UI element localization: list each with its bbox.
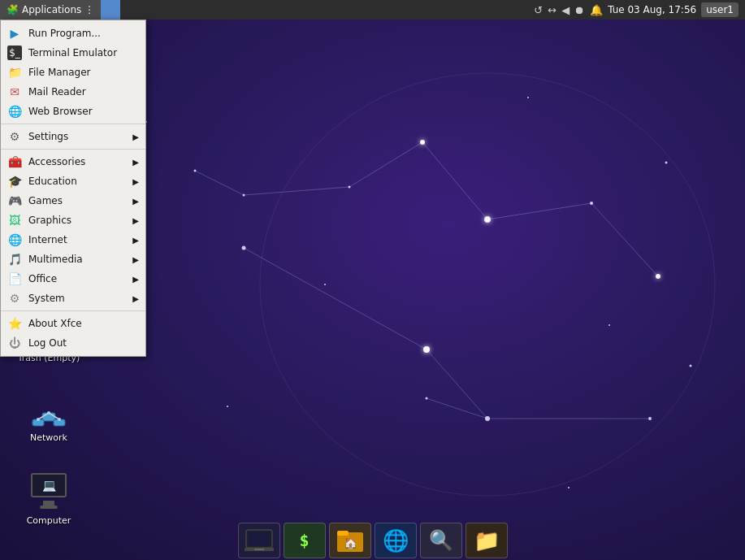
panel-left: 🧩 Applications ⋮: [0, 0, 120, 20]
system-icon: ⚙: [7, 291, 22, 306]
menu-item-office[interactable]: 📄 Office ▶: [1, 269, 145, 289]
applications-icon: 🧩: [6, 4, 19, 15]
mail-reader-icon: ✉: [7, 85, 22, 99]
separator-2: [1, 149, 145, 150]
menu-item-about-xfce[interactable]: ⭐ About Xfce: [1, 314, 145, 333]
menu-item-accessories[interactable]: 🧰 Accessories ▶: [1, 152, 145, 171]
accessories-arrow: ▶: [132, 158, 139, 167]
games-arrow: ▶: [132, 197, 139, 206]
about-xfce-label: About Xfce: [28, 318, 82, 329]
taskbar: $ 🏠 🌐 🔍 📁: [0, 521, 745, 560]
settings-arrow: ▶: [132, 132, 139, 141]
office-label: Office: [28, 273, 57, 284]
menu-item-graphics[interactable]: 🖼 Graphics ▶: [1, 211, 145, 230]
menu-item-games[interactable]: 🎮 Games ▶: [1, 191, 145, 211]
accessories-icon: 🧰: [7, 154, 22, 169]
panel-highlight: [101, 0, 120, 20]
svg-point-25: [609, 324, 610, 326]
taskbar-filemanager-button[interactable]: 🏠: [329, 523, 371, 558]
svg-point-30: [420, 140, 425, 145]
taskbar-terminal-button[interactable]: $: [284, 523, 326, 558]
menu-item-terminal[interactable]: $_ Terminal Emulator: [1, 43, 145, 63]
multimedia-arrow: ▶: [132, 255, 139, 264]
separator-3: [1, 310, 145, 311]
applications-menu-dots: ⋮: [84, 4, 94, 15]
system-arrow: ▶: [132, 294, 139, 303]
svg-point-19: [485, 416, 490, 421]
svg-point-15: [243, 194, 245, 197]
back-icon[interactable]: ◀: [561, 4, 570, 16]
svg-point-41: [37, 418, 40, 421]
menu-item-mail-reader[interactable]: ✉ Mail Reader: [1, 82, 145, 102]
internet-label: Internet: [28, 234, 67, 245]
svg-line-2: [591, 203, 658, 276]
svg-line-1: [487, 203, 591, 219]
applications-label: Applications: [22, 4, 81, 15]
education-label: Education: [28, 176, 77, 187]
svg-point-17: [242, 246, 246, 250]
menu-item-system[interactable]: ⚙ System ▶: [1, 289, 145, 308]
top-panel: 🧩 Applications ⋮ ↺ ↔ ◀ ⏺ 🔔 Tue 03 Aug, 1…: [0, 0, 745, 20]
web-browser-label: Web Browser: [28, 106, 93, 117]
system-label: System: [28, 293, 65, 304]
internet-icon: 🌐: [7, 232, 22, 247]
refresh-icon[interactable]: ↺: [534, 4, 543, 16]
desktop-icon-computer[interactable]: 💻 Computer: [16, 473, 81, 526]
graphics-icon: 🖼: [7, 213, 22, 228]
run-program-label: Run Program...: [28, 28, 101, 39]
run-program-icon: ▶: [7, 26, 22, 41]
web-browser-icon: 🌐: [7, 104, 22, 119]
svg-point-24: [665, 162, 668, 164]
menu-item-multimedia[interactable]: 🎵 Multimedia ▶: [1, 250, 145, 269]
svg-text:🏠: 🏠: [343, 536, 357, 550]
menu-item-file-manager[interactable]: 📁 File Manager: [1, 63, 145, 82]
taskbar-browser-button[interactable]: 🌐: [375, 523, 417, 558]
log-out-label: Log Out: [28, 337, 67, 349]
switch-icon[interactable]: ↔: [548, 4, 557, 16]
menu-item-web-browser[interactable]: 🌐 Web Browser: [1, 102, 145, 121]
username-display: user1: [701, 2, 739, 17]
accessories-label: Accessories: [28, 156, 85, 167]
graphics-label: Graphics: [28, 215, 71, 226]
svg-point-14: [349, 186, 351, 189]
menu-item-settings[interactable]: ⚙ Settings ▶: [1, 127, 145, 146]
network-label: Network: [30, 432, 67, 443]
education-icon: 🎓: [7, 174, 22, 189]
menu-item-internet[interactable]: 🌐 Internet ▶: [1, 230, 145, 250]
multimedia-label: Multimedia: [28, 254, 83, 265]
graphics-arrow: ▶: [132, 216, 139, 225]
notification-icon[interactable]: 🔔: [590, 4, 603, 16]
applications-menu-button[interactable]: 🧩 Applications ⋮: [0, 0, 101, 20]
svg-point-42: [58, 418, 61, 421]
svg-point-16: [194, 170, 197, 172]
menu-item-education[interactable]: 🎓 Education ▶: [1, 171, 145, 191]
svg-point-21: [426, 397, 428, 400]
about-xfce-icon: ⭐: [7, 316, 22, 331]
svg-line-3: [349, 142, 422, 187]
log-out-icon: ⏻: [7, 336, 22, 350]
terminal-label: Terminal Emulator: [28, 47, 117, 59]
svg-point-26: [324, 284, 326, 285]
svg-line-5: [195, 171, 244, 195]
separator-1: [1, 124, 145, 124]
svg-rect-46: [254, 549, 264, 550]
taskbar-desktop-button[interactable]: [238, 523, 280, 558]
internet-arrow: ▶: [132, 236, 139, 245]
svg-point-28: [690, 365, 692, 367]
datetime-display: Tue 03 Aug, 17:56: [608, 4, 696, 15]
svg-point-20: [648, 417, 652, 420]
menu-item-run-program[interactable]: ▶ Run Program...: [1, 24, 145, 43]
computer-icon: 💻: [29, 473, 68, 512]
menu-item-log-out[interactable]: ⏻ Log Out: [1, 333, 145, 353]
svg-line-6: [244, 248, 427, 349]
taskbar-folder-button[interactable]: 📁: [466, 523, 508, 558]
mail-reader-label: Mail Reader: [28, 86, 86, 98]
file-manager-icon: 📁: [7, 65, 22, 80]
desktop-icon-network[interactable]: Network: [16, 390, 81, 443]
svg-rect-44: [248, 532, 271, 546]
taskbar-search-button[interactable]: 🔍: [420, 523, 462, 558]
svg-line-4: [244, 187, 349, 195]
svg-point-34: [260, 73, 715, 496]
record-icon[interactable]: ⏺: [574, 4, 585, 16]
settings-label: Settings: [28, 131, 68, 142]
